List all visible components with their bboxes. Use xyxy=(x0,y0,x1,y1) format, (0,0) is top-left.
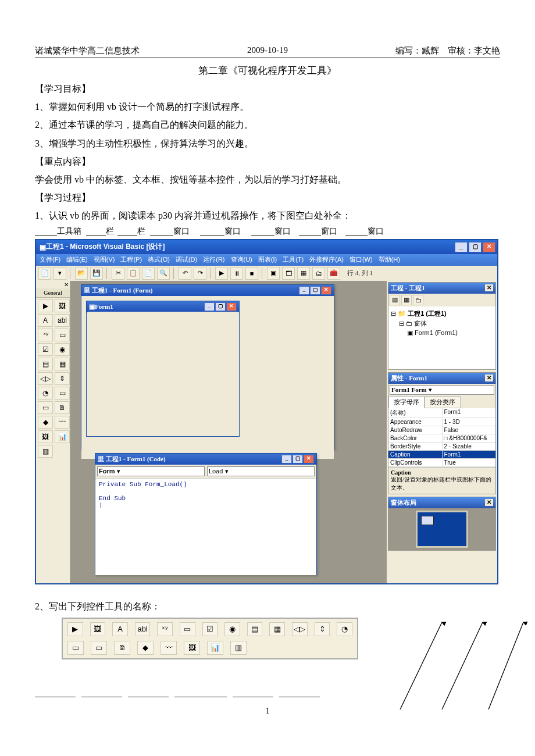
menu-project[interactable]: 工程(P) xyxy=(120,255,142,264)
property-row[interactable]: AutoRedrawFalse xyxy=(388,426,495,434)
toolbox-tool-19[interactable]: 📊 xyxy=(55,430,70,443)
form1-design-surface[interactable] xyxy=(88,312,238,435)
tb-cut-icon[interactable]: ✂ xyxy=(112,267,124,280)
toolbox-tool-17[interactable]: 〰 xyxy=(55,416,70,429)
properties-tab-alpha[interactable]: 按字母序 xyxy=(388,396,425,408)
property-row[interactable]: CaptionForm1 xyxy=(388,451,495,459)
properties-panel[interactable]: 属性 - Form1✕ Form1 Form ▾ 按字母序 按分类序 (名称)F… xyxy=(388,372,496,494)
tb-copy-icon[interactable]: 📋 xyxy=(127,267,140,280)
project-view-object-icon[interactable]: ▦ xyxy=(401,295,412,305)
project-panel-close-icon[interactable]: ✕ xyxy=(485,284,493,291)
layout-monitor[interactable] xyxy=(416,511,468,548)
form1-close-button[interactable]: ✕ xyxy=(226,302,237,311)
tb-open-icon[interactable]: 📂 xyxy=(75,267,88,280)
properties-close-icon[interactable]: ✕ xyxy=(485,375,493,381)
tb-undo-icon[interactable]: ↶ xyxy=(179,267,191,280)
toolbox-tool-3[interactable]: abl xyxy=(55,314,70,327)
menu-edit[interactable]: 编辑(E) xyxy=(66,255,88,264)
tb-toolbox-icon[interactable]: 🧰 xyxy=(327,267,340,280)
project-view-code-icon[interactable]: ▤ xyxy=(390,295,400,305)
project-explorer-panel[interactable]: 工程 - 工程1✕ ▤ ▦ 🗀 ⊟ 📁 工程1 (工程1) ⊟ 🗀 窗体 ▣ F… xyxy=(388,282,496,370)
close-button[interactable]: ✕ xyxy=(483,242,495,252)
code-editor[interactable]: Private Sub Form_Load() End Sub | xyxy=(95,479,316,575)
menu-format[interactable]: 格式(O) xyxy=(148,255,170,264)
tb-addform-icon[interactable]: ▾ xyxy=(54,267,66,280)
code-event-combo[interactable]: Load ▾ xyxy=(207,466,315,476)
tb-new-icon[interactable]: 📄 xyxy=(38,267,51,280)
property-row[interactable]: (名称)Form1 xyxy=(388,408,495,418)
maximize-button[interactable]: ▢ xyxy=(469,242,482,252)
tb-find-icon[interactable]: 🔍 xyxy=(157,267,170,280)
menu-addins[interactable]: 外接程序(A) xyxy=(309,255,344,264)
form-canvas[interactable]: ▣ Form1 _ ▢ ✕ xyxy=(86,301,243,440)
properties-grid[interactable]: (名称)Form1Appearance1 - 3DAutoRedrawFalse… xyxy=(388,408,495,467)
properties-object-combo[interactable]: Form1 Form ▾ xyxy=(390,385,494,395)
toolbox-tool-2[interactable]: A xyxy=(38,314,53,327)
toolbox-tool-20[interactable]: ▥ xyxy=(38,445,53,458)
code-window[interactable]: 里 工程1 - Form1 (Code) _ ▢ ✕ Form ▾ Load ▾… xyxy=(95,453,317,575)
toolbox-tool-11[interactable]: ⇕ xyxy=(55,372,70,385)
menu-diagram[interactable]: 图表(I) xyxy=(258,255,277,264)
toolbox-close-icon[interactable]: ✕ xyxy=(64,281,69,288)
menu-help[interactable]: 帮助(H) xyxy=(379,255,400,264)
code-close-button[interactable]: ✕ xyxy=(304,455,314,463)
toolbox-tool-0[interactable]: ▶ xyxy=(38,299,53,312)
toolbar[interactable]: 📄 ▾ 📂 💾 ✂ 📋 📄 🔍 ↶ ↷ ▶ ⏸ ■ ▣ 🗔 ▦ 🗂 🧰 行 4,… xyxy=(36,266,497,281)
fd-close-button[interactable]: ✕ xyxy=(321,286,331,295)
menu-run[interactable]: 运行(R) xyxy=(203,255,224,264)
tb-run-icon[interactable]: ▶ xyxy=(215,267,228,280)
toolbox-tab-general[interactable]: General xyxy=(36,288,70,298)
tb-save-icon[interactable]: 💾 xyxy=(90,267,103,280)
code-object-combo[interactable]: Form ▾ xyxy=(97,466,205,476)
menu-bar[interactable]: 文件(F) 编辑(E) 视图(V) 工程(P) 格式(O) 调试(D) 运行(R… xyxy=(36,254,497,266)
toolbox-tool-14[interactable]: ▭ xyxy=(38,401,53,414)
toolbox-tool-7[interactable]: ◉ xyxy=(55,343,70,356)
menu-file[interactable]: 文件(F) xyxy=(40,255,60,264)
form-designer-titlebar[interactable]: 里 工程1 - Form1 (Form) _ ▢ ✕ xyxy=(81,285,334,296)
toolbox-tool-1[interactable]: 🖼 xyxy=(55,299,70,312)
form-layout-panel[interactable]: 窗体布局✕ xyxy=(388,497,496,551)
tb-pause-icon[interactable]: ⏸ xyxy=(230,267,243,280)
toolbox-tool-6[interactable]: ☑ xyxy=(38,343,53,356)
minimize-button[interactable]: _ xyxy=(455,242,468,252)
fd-min-button[interactable]: _ xyxy=(299,286,309,295)
toolbox-tool-10[interactable]: ◁▷ xyxy=(38,372,53,385)
project-tree[interactable]: ⊟ 📁 工程1 (工程1) ⊟ 🗀 窗体 ▣ Form1 (Form1) xyxy=(388,306,495,369)
toolbox-tool-16[interactable]: ◆ xyxy=(38,416,53,429)
form1-titlebar[interactable]: ▣ Form1 _ ▢ ✕ xyxy=(87,301,239,312)
code-window-titlebar[interactable]: 里 工程1 - Form1 (Code) _ ▢ ✕ xyxy=(95,454,316,465)
toolbox-tool-15[interactable]: 🗎 xyxy=(55,401,70,414)
property-row[interactable]: BackColor□ &H8000000F& xyxy=(388,434,495,443)
form1-max-button[interactable]: ▢ xyxy=(215,302,226,311)
toolbox-tool-8[interactable]: ▤ xyxy=(38,358,53,370)
toolbox-tool-18[interactable]: 🖼 xyxy=(38,430,53,443)
ide-titlebar[interactable]: ▣ 工程1 - Microsoft Visual Basic [设计] _ ▢ … xyxy=(36,240,497,254)
layout-form-thumb[interactable] xyxy=(421,516,434,525)
menu-query[interactable]: 查询(U) xyxy=(231,255,252,264)
menu-view[interactable]: 视图(V) xyxy=(94,255,115,264)
code-max-button[interactable]: ▢ xyxy=(293,455,303,463)
toolbox-tool-4[interactable]: ˣʸ xyxy=(38,329,53,341)
form1-min-button[interactable]: _ xyxy=(204,302,215,311)
fd-max-button[interactable]: ▢ xyxy=(310,286,320,295)
property-row[interactable]: Appearance1 - 3D xyxy=(388,418,495,426)
menu-window[interactable]: 窗口(W) xyxy=(349,255,373,264)
toolbox-tool-9[interactable]: ▦ xyxy=(55,358,70,370)
toolbox-tool-13[interactable]: ▭ xyxy=(55,387,70,400)
tb-stop-icon[interactable]: ■ xyxy=(245,267,258,280)
toolbox-panel[interactable]: ✕ General ▶🖼Aablˣʸ▭☑◉▤▦◁▷⇕◔▭▭🗎◆〰🖼📊▥ xyxy=(36,281,70,583)
tb-object-icon[interactable]: 🗂 xyxy=(312,267,325,280)
tb-redo-icon[interactable]: ↷ xyxy=(194,267,206,280)
tb-props-icon[interactable]: 🗔 xyxy=(282,267,295,280)
menu-tools[interactable]: 工具(T) xyxy=(283,255,304,264)
tb-paste-icon[interactable]: 📄 xyxy=(142,267,155,280)
toolbox-tool-12[interactable]: ◔ xyxy=(38,387,53,400)
property-row[interactable]: ClipControlsTrue xyxy=(388,459,495,467)
tb-layout-icon[interactable]: ▦ xyxy=(297,267,310,280)
form-layout-close-icon[interactable]: ✕ xyxy=(485,499,493,506)
toolbox-tool-5[interactable]: ▭ xyxy=(55,329,70,341)
properties-tab-cat[interactable]: 按分类序 xyxy=(425,396,461,408)
project-toggle-folders-icon[interactable]: 🗀 xyxy=(413,295,423,305)
form-designer-window[interactable]: 里 工程1 - Form1 (Form) _ ▢ ✕ ▣ xyxy=(81,284,334,450)
menu-debug[interactable]: 调试(D) xyxy=(176,255,197,264)
